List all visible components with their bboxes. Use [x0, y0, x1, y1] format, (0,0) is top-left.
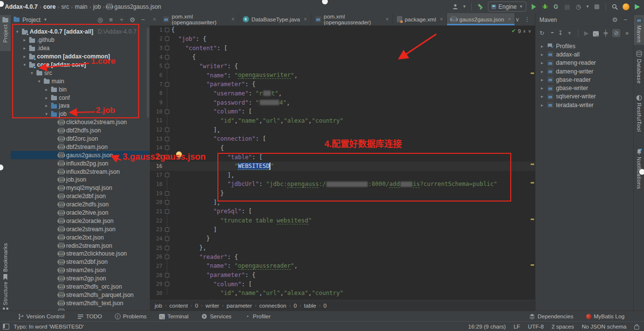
coverage-button[interactable]: C▸: [552, 3, 560, 11]
locate-file-icon[interactable]: ◎: [96, 16, 104, 23]
profiler-doc-icon[interactable]: ▤: [563, 3, 571, 11]
code-line[interactable]: 12],: [150, 125, 535, 134]
maven-tree-item[interactable]: ▸mteradata-writer: [536, 101, 633, 109]
fold-cell[interactable]: [162, 137, 171, 141]
code-line[interactable]: 11"id","name","url","alexa","country": [150, 116, 535, 126]
code-line[interactable]: 17],: [150, 171, 535, 180]
ide-logo-icon[interactable]: [633, 3, 641, 11]
tree-item[interactable]: ▾src: [11, 69, 150, 77]
editor-tab[interactable]: mpom.xml (opengausswriter)×: [159, 13, 239, 25]
tree-expand-icon[interactable]: ▸: [22, 46, 27, 51]
breadcrumb-item[interactable]: 0: [195, 303, 198, 309]
code-line[interactable]: 15"table": [: [150, 152, 535, 162]
tree-item[interactable]: {..}redis2stream.json: [11, 241, 150, 250]
tree-expand-icon[interactable]: ▾: [15, 29, 20, 34]
fold-cell[interactable]: [162, 64, 171, 68]
maven-tree-item[interactable]: ▸maddax-all: [536, 50, 633, 58]
inspections-widget[interactable]: ✔ 9 ∧ ∨: [511, 28, 531, 34]
tree-item[interactable]: ▾core [addax-core]: [11, 61, 150, 69]
fold-cell[interactable]: [162, 209, 171, 214]
update-notification-icon[interactable]: [622, 3, 630, 11]
fold-marker-icon[interactable]: [165, 82, 169, 87]
next-problem-icon[interactable]: ∨: [528, 29, 531, 34]
search-everywhere-icon[interactable]: [611, 3, 619, 11]
window-breadcrumb[interactable]: Addax-4.0.7›core›src›main›job›{..}gauss2…: [0, 3, 161, 10]
toolwindow-button-mybatis-log[interactable]: MyBatis Log: [586, 313, 625, 320]
project-panel-title[interactable]: Project: [22, 17, 40, 23]
code-line[interactable]: 8"username": "rt",: [150, 89, 535, 98]
sidebar-tab-bookmarks[interactable]: Bookmarks: [0, 241, 11, 280]
tree-item[interactable]: {..}dbf2orc.json: [11, 135, 150, 143]
tree-item[interactable]: {..}gauss2gauss.json: [11, 151, 150, 159]
code-line[interactable]: 10"column": [: [150, 107, 535, 116]
tree-item[interactable]: ▸java: [11, 102, 150, 110]
collapse-all-icon[interactable]: ÷: [118, 16, 125, 23]
tree-expand-icon[interactable]: ▸: [539, 103, 545, 108]
breadcrumb-item[interactable]: writer: [206, 303, 219, 309]
tree-expand-icon[interactable]: ▸: [539, 94, 545, 99]
tool-window-switcher-icon[interactable]: [3, 324, 9, 330]
tree-item[interactable]: ▾Addax-4.0.7 [addax-all]D:\Addax-4.0.7: [11, 28, 150, 36]
skip-tests-icon[interactable]: ⊘: [612, 29, 620, 37]
fold-cell[interactable]: [162, 255, 171, 259]
fold-marker-icon[interactable]: [165, 55, 169, 59]
tree-expand-icon[interactable]: ▾: [36, 79, 42, 84]
maven-tree-item[interactable]: ▸✓Profiles: [536, 42, 633, 50]
code-line[interactable]: 2"job": {: [150, 35, 535, 44]
fold-cell[interactable]: [162, 282, 171, 286]
maven-panel-title[interactable]: Maven: [539, 17, 557, 23]
chevron-down-icon[interactable]: ▼: [43, 18, 47, 22]
fold-cell[interactable]: [162, 173, 171, 177]
breadcrumb-item[interactable]: core: [43, 3, 55, 10]
expand-all-icon[interactable]: ≡: [107, 16, 115, 23]
sidebar-tab-project[interactable]: Project: [0, 15, 11, 51]
fold-marker-icon[interactable]: [165, 282, 169, 286]
fold-cell[interactable]: [162, 227, 171, 232]
fold-marker-icon[interactable]: [165, 137, 169, 141]
user-icon[interactable]: [451, 3, 459, 11]
code-editor[interactable]: 1{2"job": {3"content": [4{5"writer": {6"…: [150, 25, 535, 300]
toolwindow-button-todo[interactable]: TODO: [77, 313, 102, 320]
breadcrumb-item[interactable]: parameter: [227, 303, 252, 309]
tree-expand-icon[interactable]: ▸: [539, 52, 545, 57]
editor-tab[interactable]: {..}gauss2gauss.json×: [447, 13, 515, 25]
build-hammer-icon[interactable]: [477, 3, 484, 11]
toolwindow-button-profiler[interactable]: ◔Profiler: [244, 313, 270, 320]
fold-cell[interactable]: [162, 37, 171, 41]
toolwindow-button-dependencies[interactable]: Dependencies: [529, 313, 573, 320]
code-line[interactable]: 29"column": [: [150, 279, 535, 289]
close-icon[interactable]: ×: [150, 13, 159, 25]
fold-cell[interactable]: [162, 110, 171, 114]
more-actions-icon[interactable]: »: [625, 30, 629, 37]
code-line[interactable]: 16"WEBSITESD": [150, 162, 535, 171]
editor-tab[interactable]: EDataBaseType.java×: [239, 13, 311, 25]
sidebar-tab-maven[interactable]: mMaven: [634, 15, 644, 45]
editor-tab[interactable]: package.xml×: [393, 13, 447, 25]
code-line[interactable]: 3"content": [: [150, 43, 535, 53]
tree-item[interactable]: {..}influxdb2pg.json: [11, 159, 150, 167]
breadcrumb-item[interactable]: Addax-4.0.7: [5, 3, 37, 10]
maven-tree-item[interactable]: ▸mgbase-writer: [536, 84, 633, 92]
run-maven-goal-icon[interactable]: ▶: [584, 30, 589, 37]
tree-expand-icon[interactable]: ▸: [44, 103, 49, 108]
status-widget[interactable]: LF: [514, 324, 520, 330]
gear-icon[interactable]: ⚙: [128, 16, 136, 23]
close-icon[interactable]: ×: [508, 17, 511, 22]
run-button[interactable]: [530, 3, 537, 11]
tree-item[interactable]: {..}dbf2hdfs.json: [11, 127, 150, 135]
code-line[interactable]: 30"id","name","url","alexa","country": [150, 289, 535, 298]
tree-item[interactable]: {..}stream2es.json: [11, 266, 150, 275]
tree-item[interactable]: ▸bin: [11, 85, 150, 93]
tree-item[interactable]: {..}oracle2hive.json: [11, 209, 150, 217]
tree-expand-icon[interactable]: ▸: [44, 95, 49, 100]
code-line[interactable]: 25},: [150, 243, 535, 253]
tree-item[interactable]: {..}oracle2hdfs.json: [11, 201, 150, 209]
fold-marker-icon[interactable]: [165, 28, 169, 32]
tree-expand-icon[interactable]: ▾: [29, 71, 35, 75]
tree-expand-icon[interactable]: ▸: [539, 86, 545, 91]
fold-marker-icon[interactable]: [165, 255, 169, 259]
stop-button[interactable]: [593, 3, 601, 11]
sidebar-tab-restfultool[interactable]: RestfulTool: [634, 92, 644, 134]
tree-item[interactable]: {..}oracle2stream.json: [11, 225, 150, 233]
close-icon[interactable]: ×: [232, 17, 234, 22]
